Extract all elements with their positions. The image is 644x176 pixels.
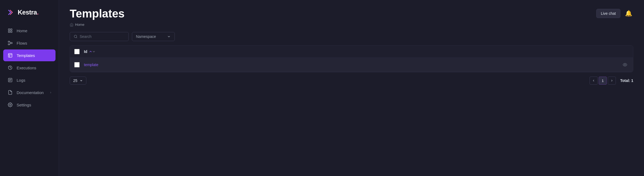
svg-line-7 [10, 42, 11, 43]
sidebar-item-settings-label: Settings [17, 103, 31, 107]
chevron-right-icon [610, 79, 613, 82]
svg-point-19 [74, 35, 77, 38]
pagination-area: 25 1 Total: 1 [59, 72, 644, 89]
template-link[interactable]: template [84, 63, 98, 67]
eye-icon [623, 63, 627, 67]
templates-icon [8, 53, 13, 58]
header-right: Live chat 🔔 [596, 8, 633, 18]
home-breadcrumb-icon [70, 23, 73, 27]
svg-rect-4 [8, 41, 10, 42]
svg-rect-6 [11, 42, 12, 44]
prev-page-button[interactable] [590, 77, 598, 85]
sort-icon-down [92, 50, 96, 53]
sidebar-item-documentation-label: Documentation [17, 90, 44, 95]
search-wrapper [70, 32, 129, 41]
sidebar-item-flows-label: Flows [17, 41, 27, 45]
filters-area: Namespace [59, 32, 644, 45]
per-page-select[interactable]: 25 [70, 77, 86, 85]
bell-icon: 🔔 [625, 10, 632, 17]
logo-text: Kestra. [18, 9, 39, 16]
namespace-select[interactable]: Namespace [132, 32, 175, 41]
sidebar-nav: Home Flows Templates [0, 25, 59, 111]
kestra-logo-icon [6, 8, 15, 17]
sidebar-item-templates-label: Templates [17, 53, 35, 58]
per-page-value: 25 [73, 78, 77, 83]
header-area: Templates Home Live chat 🔔 [59, 0, 644, 32]
sidebar-item-logs[interactable]: Logs [3, 74, 55, 86]
chevron-down-icon [80, 79, 83, 82]
sidebar-item-settings[interactable]: Settings [3, 99, 55, 111]
page-title: Templates [70, 8, 125, 20]
logs-icon [8, 77, 13, 83]
templates-table: Id template [70, 45, 633, 72]
svg-rect-5 [8, 44, 10, 45]
sidebar-item-logs-label: Logs [17, 78, 25, 82]
svg-line-8 [10, 43, 11, 44]
next-page-button[interactable] [608, 77, 616, 85]
table-header-row: Id [70, 46, 633, 58]
chevron-right-icon: › [50, 91, 51, 94]
flows-icon [8, 40, 13, 46]
pagination-controls: 1 Total: 1 [590, 77, 633, 85]
sidebar: Kestra. Home Flows [0, 0, 59, 176]
settings-icon [8, 102, 13, 107]
table-row[interactable]: template [70, 58, 633, 72]
total-label: Total: 1 [620, 78, 633, 83]
sidebar-item-executions-label: Executions [17, 66, 36, 70]
main-content: Templates Home Live chat 🔔 Name [59, 0, 644, 176]
svg-point-18 [10, 104, 11, 106]
breadcrumb: Home [70, 23, 125, 27]
sidebar-item-documentation[interactable]: Documentation › [3, 87, 55, 98]
row-checkbox[interactable] [74, 62, 80, 67]
notification-button[interactable]: 🔔 [624, 9, 633, 18]
svg-rect-1 [11, 29, 12, 30]
svg-rect-0 [8, 29, 10, 30]
search-input[interactable] [80, 34, 125, 39]
chevron-left-icon [592, 79, 595, 82]
svg-line-20 [76, 37, 77, 38]
header-left: Templates Home [70, 8, 125, 27]
sidebar-item-flows[interactable]: Flows [3, 37, 55, 49]
svg-rect-9 [8, 53, 12, 57]
svg-point-21 [624, 64, 626, 65]
sidebar-item-home-label: Home [17, 28, 27, 33]
home-icon [8, 28, 13, 33]
live-chat-button[interactable]: Live chat [596, 9, 620, 18]
documentation-icon [8, 90, 13, 95]
chevron-down-icon [167, 35, 171, 38]
view-button[interactable] [621, 61, 629, 69]
executions-icon [8, 65, 13, 70]
namespace-label: Namespace [136, 34, 165, 39]
svg-rect-3 [8, 31, 10, 33]
sidebar-item-templates[interactable]: Templates [3, 49, 55, 61]
svg-rect-2 [11, 31, 12, 33]
column-id[interactable]: Id [84, 49, 96, 54]
page-1-button[interactable]: 1 [599, 77, 607, 85]
search-icon [74, 35, 77, 38]
sidebar-item-home[interactable]: Home [3, 25, 55, 37]
select-all-checkbox[interactable] [74, 49, 80, 54]
sidebar-item-executions[interactable]: Executions [3, 62, 55, 74]
breadcrumb-home[interactable]: Home [75, 23, 84, 27]
logo-area: Kestra. [0, 5, 59, 25]
